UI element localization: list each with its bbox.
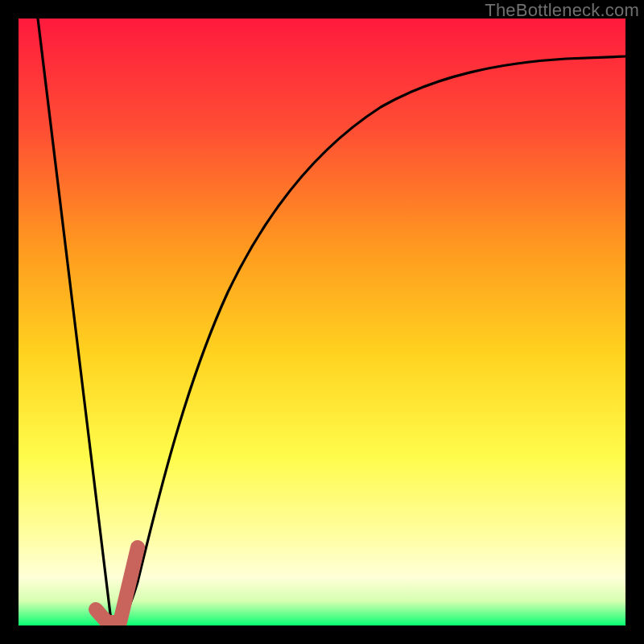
chart-frame: TheBottleneck.com <box>0 0 644 644</box>
chart-svg <box>19 19 625 625</box>
plot-area <box>19 19 625 625</box>
gradient-background <box>19 19 625 625</box>
watermark-text: TheBottleneck.com <box>485 0 639 21</box>
